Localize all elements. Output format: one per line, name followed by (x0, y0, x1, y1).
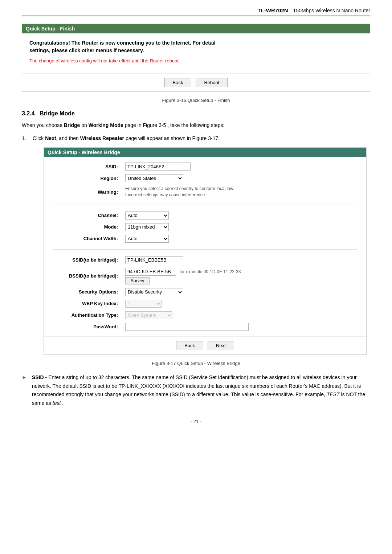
ssid-bridge-row: SSID(to be bridged): (50, 254, 360, 266)
wireless-bridge-title: Quick Setup - Wireless Bridge (44, 148, 366, 157)
congrats-line1: Congratulations! The Router is now conne… (29, 40, 216, 46)
channel-row: Channel: Auto (50, 210, 360, 221)
auth-value-cell: Open System (122, 309, 360, 321)
wep-select[interactable]: 1 (125, 300, 162, 308)
password-label: PassWord: (50, 321, 122, 333)
mode-row: Mode: 11bgn mixed (50, 221, 360, 233)
region-row: Region: United States (50, 172, 360, 184)
intro-paragraph: When you choose Bridge on Working Mode p… (22, 121, 370, 129)
ssid-row: SSID: (50, 161, 360, 172)
mode-value-cell: 11bgn mixed (122, 221, 360, 233)
fig17-caption: Figure 3-17 Quick Setup - Wireless Bridg… (22, 361, 370, 366)
finish-box-footer: Back Reboot (22, 73, 370, 91)
bridge-back-button[interactable]: Back (176, 341, 203, 350)
next-bold: Next (45, 135, 56, 141)
warning-text2: Incorrect settings may cause interferenc… (125, 192, 206, 197)
step1-text: Click Next, and then Wireless Repeater p… (33, 134, 220, 142)
security-value-cell: Disable Security (122, 286, 360, 298)
bssid-value-cell: for example:00-1D-0F-11-22-33 Survey (122, 266, 360, 286)
channel-width-select[interactable]: Auto (125, 235, 169, 243)
page-number: - 21 - (22, 419, 370, 424)
warning-text-cell: Ensure you select a correct country to c… (122, 184, 360, 200)
bullet-content: SSID - Enter a string of up to 32 charac… (32, 373, 370, 408)
reboot-warning: The change of wireless config will not t… (29, 57, 363, 65)
warning-text1: Ensure you select a correct country to c… (125, 186, 234, 191)
ssid-bridge-label: SSID(to be bridged): (50, 254, 122, 266)
auth-label: Authentication Type: (50, 309, 122, 321)
finish-box-title: Quick Setup - Finish (22, 24, 370, 33)
bullet-arrow: ➤ (22, 373, 28, 408)
password-input[interactable] (125, 323, 249, 331)
region-select[interactable]: United States (125, 174, 183, 182)
ssid-bridge-value-cell (122, 254, 360, 266)
ssid-value-cell (122, 161, 360, 172)
region-value-cell: United States (122, 172, 360, 184)
region-label: Region: (50, 172, 122, 184)
ssid-end: . (62, 400, 64, 406)
ssid-label: SSID: (50, 161, 122, 172)
test-lower-italic: test (53, 400, 61, 406)
wireless-bridge-body: SSID: Region: United States Warning: Ens… (44, 157, 366, 336)
ssid-bullet-label: SSID (32, 374, 44, 380)
page-header: TL-WR702N 150Mbps Wireless N Nano Router (22, 7, 370, 16)
wep-value-cell: 1 (122, 298, 360, 309)
congrats-text: Congratulations! The Router is now conne… (29, 39, 363, 54)
channel-label: Channel: (50, 210, 122, 221)
ssid-input[interactable] (125, 163, 191, 171)
section-title: Bridge Mode (40, 110, 75, 116)
channel-value-cell: Auto (122, 210, 360, 221)
channel-select[interactable]: Auto (125, 212, 169, 219)
security-row: Security Options: Disable Security (50, 286, 360, 298)
ssid-bullet-section: ➤ SSID - Enter a string of up to 32 char… (22, 373, 370, 408)
section-number: 3.2.4 (22, 110, 35, 116)
step1-item: 1. Click Next, and then Wireless Repeate… (22, 134, 370, 142)
congrats-line2: settings, please click other menus if ne… (29, 48, 144, 53)
bssid-input[interactable] (125, 268, 176, 276)
channel-width-value-cell: Auto (122, 233, 360, 245)
auth-select[interactable]: Open System (125, 311, 172, 319)
warning-row: Warning: Ensure you select a correct cou… (50, 184, 360, 200)
ssid-dash: - (45, 374, 49, 380)
finish-back-button[interactable]: Back (164, 78, 192, 87)
channel-width-label: Channel Width: (50, 233, 122, 245)
password-value-cell (122, 321, 360, 333)
wireless-repeater-bold: Wireless Repeater (80, 135, 124, 141)
wireless-bridge-form: SSID: Region: United States Warning: Ens… (50, 161, 360, 333)
password-row: PassWord: (50, 321, 360, 333)
auth-row: Authentication Type: Open System (50, 309, 360, 321)
step1-number: 1. (22, 134, 29, 142)
bssid-example: for example:00-1D-0F-11-22-33 (180, 269, 241, 274)
reboot-button[interactable]: Reboot (196, 78, 228, 87)
mode-label: Mode: (50, 221, 122, 233)
bridge-bold: Bridge (64, 122, 80, 128)
security-label: Security Options: (50, 286, 122, 298)
section-heading: 3.2.4 Bridge Mode (22, 110, 370, 117)
finish-box-body: Congratulations! The Router is now conne… (22, 33, 370, 73)
bssid-label: BSSID(to be bridged): (50, 266, 122, 286)
wireless-bridge-footer: Back Next (44, 336, 366, 354)
working-mode-bold: Working Mode (89, 122, 123, 128)
model-description: 150Mbps Wireless N Nano Router (293, 8, 370, 13)
bssid-row: BSSID(to be bridged): for example:00-1D-… (50, 266, 360, 286)
ssid-bridge-input[interactable] (125, 256, 183, 264)
channel-width-row: Channel Width: Auto (50, 233, 360, 245)
wep-row: WEP Key Index: 1 (50, 298, 360, 309)
fig16-caption: Figure 3-16 Quick Setup - Finish (22, 98, 370, 103)
security-select[interactable]: Disable Security (125, 288, 183, 296)
model-name: TL-WR702N (258, 7, 288, 13)
wep-label: WEP Key Index: (50, 298, 122, 309)
survey-button[interactable]: Survey (125, 277, 150, 284)
mode-select[interactable]: 11bgn mixed (125, 223, 169, 231)
ssid-bullet-text: Enter a string of up to 32 characters. T… (32, 374, 361, 398)
finish-setup-box: Quick Setup - Finish Congratulations! Th… (22, 24, 370, 92)
bridge-next-button[interactable]: Next (208, 341, 234, 350)
warning-label: Warning: (50, 184, 122, 200)
test-italic: TEST (327, 391, 340, 397)
wireless-bridge-box: Quick Setup - Wireless Bridge SSID: Regi… (44, 147, 367, 355)
